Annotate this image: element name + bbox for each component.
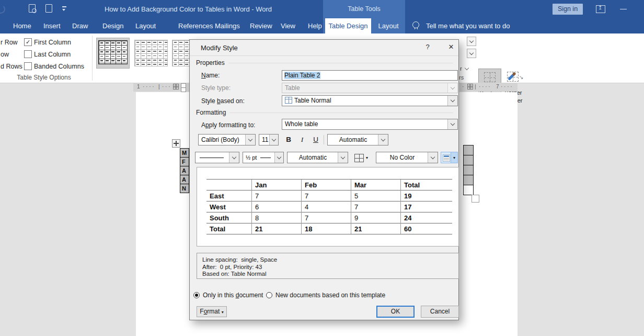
cancel-button[interactable]: Cancel (421, 306, 459, 318)
checkbox-banded-columns[interactable] (24, 62, 32, 70)
shading-button[interactable] (441, 152, 451, 163)
ruler-ticks: · · · (162, 84, 170, 89)
italic-button[interactable]: I (296, 134, 308, 145)
border-color-value: Automatic (288, 152, 338, 163)
section-line (228, 63, 453, 63)
style-based-on-label: Style based on: (201, 97, 245, 105)
section-label-properties: Properties (196, 59, 225, 66)
shading-dropdown-arrow[interactable]: ▾ (451, 152, 458, 163)
table-resize-handle[interactable] (472, 195, 479, 203)
borders-dropdown-arrow-icon[interactable]: ▾ (366, 155, 368, 160)
indent-marker-bottom-icon[interactable] (181, 87, 186, 92)
ribbon-display-options-icon[interactable] (596, 5, 605, 13)
chevron-down-icon[interactable] (378, 135, 388, 145)
tab-help[interactable]: Help (308, 18, 322, 33)
bold-button[interactable]: B (283, 134, 294, 145)
style-type-dropdown: Table (282, 83, 458, 93)
dialog-launcher-icon[interactable]: ↘ (519, 74, 523, 80)
chevron-down-icon (469, 50, 474, 54)
table-style-thumbnail-3-cut[interactable] (172, 40, 190, 66)
checkmark-icon: ✓ (26, 39, 30, 45)
underline-button[interactable]: U (310, 134, 321, 145)
chevron-down-icon[interactable] (269, 135, 278, 145)
checkbox-label-banded-rows-cut[interactable]: d Rows (1, 63, 22, 70)
dialog-title-bar[interactable]: Modify Style ? ✕ (190, 40, 458, 55)
border-style-dropdown[interactable] (195, 152, 239, 163)
doc-table-cell[interactable] (463, 185, 474, 195)
ruler-table-marker-icon[interactable] (467, 84, 473, 89)
doc-table-cell[interactable] (463, 155, 474, 165)
checkbox-last-column[interactable] (24, 50, 32, 58)
doc-table-cell[interactable]: N (180, 184, 189, 193)
font-name-dropdown[interactable]: Calibri (Body) (198, 134, 256, 145)
fill-color-dropdown[interactable]: No Color (376, 152, 438, 163)
style-based-on-dropdown[interactable]: Table Normal (282, 95, 458, 106)
chevron-down-icon[interactable] (245, 135, 255, 145)
tab-home[interactable]: Home (13, 18, 31, 33)
chevron-down-icon[interactable] (428, 152, 438, 163)
chevron-down-icon (447, 83, 457, 93)
doc-table-cell[interactable] (463, 175, 474, 185)
tab-mailings[interactable]: Mailings (215, 18, 240, 33)
radio-only-in-this-document[interactable] (193, 292, 200, 298)
style-name-input[interactable]: Plain Table 2 (282, 70, 458, 81)
border-weight-dropdown[interactable]: ½ pt (243, 152, 284, 163)
chevron-down-icon[interactable] (447, 96, 457, 106)
tab-layout[interactable]: Layout (135, 18, 156, 33)
doc-table-cell[interactable]: A (180, 166, 189, 175)
font-color-dropdown[interactable]: Automatic (327, 134, 388, 145)
table-style-thumbnail-2[interactable] (134, 40, 168, 66)
doc-table-cell[interactable] (463, 165, 474, 175)
table-move-handle-icon[interactable] (172, 139, 180, 148)
group-label-table-style-options: Table Style Options (2, 74, 86, 81)
border-color-dropdown[interactable]: Automatic (287, 152, 348, 163)
tab-view[interactable]: View (281, 18, 295, 33)
ruler-ticks: · · · · (143, 84, 154, 89)
format-button[interactable]: Format ▾ (197, 306, 227, 317)
radio-label-new-documents[interactable]: New documents based on this template (275, 292, 385, 299)
line-style-dropdown-cut[interactable] (467, 49, 476, 58)
chevron-down-icon[interactable] (447, 119, 457, 129)
line-weight-dropdown-cut[interactable] (467, 37, 476, 46)
tab-table-design-active[interactable]: Table Design (325, 18, 371, 33)
checkbox-label-total-row-cut[interactable]: ow (1, 51, 9, 58)
ok-button[interactable]: OK (376, 306, 415, 318)
doc-table-cell[interactable]: M (180, 148, 189, 158)
radio-label-only-in-this-document[interactable]: Only in this document (203, 292, 263, 299)
checkbox-label-header-row-cut[interactable]: r Row (1, 39, 18, 46)
doc-table-cell[interactable]: F (180, 157, 189, 166)
font-size-dropdown[interactable]: 11 (259, 134, 279, 145)
chevron-down-icon[interactable] (338, 152, 348, 163)
checkbox-label-first-column[interactable]: First Column (34, 39, 71, 46)
doc-table-cell[interactable]: A (180, 175, 189, 184)
tab-design[interactable]: Design (102, 18, 123, 33)
checkbox-label-last-column[interactable]: Last Column (34, 51, 71, 58)
apply-formatting-dropdown[interactable]: Whole table (282, 119, 458, 130)
chevron-down-icon[interactable] (274, 152, 283, 163)
ruler-right-segment[interactable]: · | · · · · 7 · · · · (460, 83, 518, 92)
minimize-icon[interactable] (620, 9, 627, 9)
doc-table-cell[interactable] (463, 145, 474, 155)
table-style-thumbnail-selected[interactable] (96, 38, 130, 69)
close-icon[interactable]: ✕ (445, 43, 457, 52)
checkbox-first-column[interactable]: ✓ (24, 38, 32, 46)
help-icon[interactable]: ? (422, 43, 433, 52)
checkbox-label-banded-columns[interactable]: Banded Columns (34, 63, 84, 70)
tell-me-box[interactable]: Tell me what you want to do (426, 18, 510, 33)
preview-row-west: West 6 4 7 17 (206, 201, 452, 212)
table-style-preview-icon (98, 40, 128, 64)
tab-review[interactable]: Review (250, 18, 272, 33)
tab-table-layout[interactable]: Layout (372, 18, 405, 33)
borders-grid-button[interactable] (354, 154, 364, 162)
sign-in-button[interactable]: Sign in (553, 4, 583, 15)
tab-draw[interactable]: Draw (72, 18, 88, 33)
chevron-down-icon[interactable] (229, 152, 239, 163)
pen-color-label-cut[interactable]: r (460, 65, 462, 72)
tab-insert[interactable]: Insert (43, 18, 61, 33)
radio-new-documents[interactable] (266, 292, 272, 298)
tab-references[interactable]: References (178, 18, 213, 33)
ruler-left-segment[interactable]: 1 · · · · | · · · (133, 83, 189, 92)
ruler-table-marker-icon[interactable] (173, 84, 179, 89)
section-label-formatting: Formatting (196, 109, 226, 116)
style-preview-box: Jan Feb Mar Total East 7 7 5 19 West 6 4… (197, 167, 459, 247)
